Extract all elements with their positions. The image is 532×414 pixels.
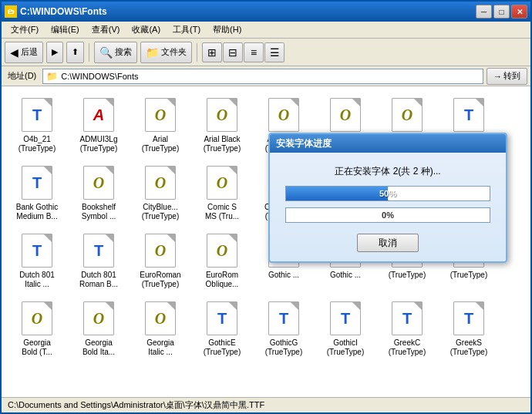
menu-help[interactable]: 帮助(H) xyxy=(207,22,247,37)
font-item-o4b21[interactable]: T O4b_21(TrueType) xyxy=(8,93,66,157)
font-icon: T xyxy=(19,232,56,269)
status-text: C:\Documents and Settings\Administrator\… xyxy=(8,399,264,411)
font-item-georgia-italic[interactable]: O GeorgiaItalic ... xyxy=(131,296,190,361)
font-item-georgia-bold-italic[interactable]: O GeorgiaBold Ita... xyxy=(69,296,128,361)
font-icon: O xyxy=(204,164,241,201)
file-area: T O4b_21(TrueType) A ADMUI3Lg(TrueType) … xyxy=(2,86,530,397)
address-input[interactable]: 📁 C:\WINDOWS\Fonts xyxy=(42,69,483,84)
back-button[interactable]: ◀ 后退 xyxy=(5,42,43,63)
view-tiles-button[interactable]: ⊞ xyxy=(202,42,222,62)
view-buttons: ⊞ ⊟ ≡ ☰ xyxy=(202,42,285,62)
address-bar: 地址(D) 📁 C:\WINDOWS\Fonts → 转到 xyxy=(2,66,530,86)
progress-label-2: 0% xyxy=(286,208,490,222)
font-item-dutch801-italic[interactable]: T Dutch 801Italic ... xyxy=(8,228,66,293)
install-status-text: 正在安装字体 2(共 2 种)... xyxy=(285,165,490,178)
toolbar-separator xyxy=(89,43,89,62)
maximize-button[interactable]: □ xyxy=(493,5,510,19)
cancel-button[interactable]: 取消 xyxy=(357,234,419,252)
modal-title-text: 安装字体进度 xyxy=(276,137,332,150)
address-folder-icon: 📁 xyxy=(46,71,58,82)
font-icon: O xyxy=(19,300,56,337)
font-item-bookshelf[interactable]: O BookshelfSymbol ... xyxy=(69,160,128,225)
up-button[interactable]: ⬆ xyxy=(66,42,84,63)
font-item-euroroman-oblique[interactable]: O EuroRomOblique... xyxy=(193,228,251,293)
toolbar: ◀ 后退 ▶ ⬆ 🔍 搜索 📁 文件夹 ⊞ ⊟ ≡ ☰ xyxy=(2,39,530,66)
progress-bar-1: 50% xyxy=(285,186,490,201)
back-icon: ◀ xyxy=(10,46,19,59)
font-item-cityblue[interactable]: O CityBlue...(TrueType) xyxy=(131,160,190,225)
font-item-greekc[interactable]: T GreekC(TrueType) xyxy=(378,296,436,361)
font-icon: O xyxy=(265,96,302,133)
modal-body: 正在安装字体 2(共 2 种)... 50% 0% 取消 xyxy=(270,153,506,261)
search-button[interactable]: 🔍 搜索 xyxy=(94,42,137,63)
search-icon: 🔍 xyxy=(99,46,113,59)
folders-icon: 📁 xyxy=(146,46,159,59)
go-arrow-icon: → xyxy=(493,72,502,81)
progress-label-1: 50% xyxy=(286,187,490,200)
toolbar-separator2 xyxy=(197,43,197,62)
install-progress-dialog: 安装字体进度 正在安装字体 2(共 2 种)... 50% 0% 取消 xyxy=(268,133,507,263)
address-label: 地址(D) xyxy=(5,70,39,82)
font-icon: T xyxy=(80,232,117,269)
font-icon: T xyxy=(389,300,426,337)
status-bar: C:\Documents and Settings\Administrator\… xyxy=(2,397,530,412)
window-icon: 🗁 xyxy=(5,5,17,18)
font-item-arial-black[interactable]: O Arial Black(TrueType) xyxy=(193,93,251,157)
go-label: 转到 xyxy=(503,70,520,82)
font-item-greeks[interactable]: T GreekS(TrueType) xyxy=(439,296,498,361)
modal-title-bar: 安装字体进度 xyxy=(270,134,506,153)
progress-bar-2: 0% xyxy=(285,207,490,223)
window-controls: ─ □ ✕ xyxy=(476,5,527,19)
font-item-dutch801-roman[interactable]: T Dutch 801Roman B... xyxy=(69,228,128,293)
main-window: 🗁 C:\WINDOWS\Fonts ─ □ ✕ 文件(F) 编辑(E) 查看(… xyxy=(0,0,532,414)
window-title: C:\WINDOWS\Fonts xyxy=(20,6,476,17)
title-bar: 🗁 C:\WINDOWS\Fonts ─ □ ✕ xyxy=(2,2,530,22)
font-item-arial[interactable]: O Arial(TrueType) xyxy=(131,93,190,157)
font-item-euroroman[interactable]: O EuroRoman(TrueType) xyxy=(131,228,190,293)
font-icon: T xyxy=(19,96,56,133)
font-icon: O xyxy=(142,300,179,337)
view-detail-button[interactable]: ☰ xyxy=(264,42,285,62)
font-icon: T xyxy=(265,300,302,337)
font-icon: O xyxy=(204,96,241,133)
font-icon: T xyxy=(450,300,487,337)
font-icon: T xyxy=(450,96,487,133)
address-path-text: C:\WINDOWS\Fonts xyxy=(61,72,138,81)
font-item-gothicg[interactable]: T GothicG(TrueType) xyxy=(254,296,313,361)
font-item-gothice[interactable]: T GothicE(TrueType) xyxy=(193,296,251,361)
font-icon: T xyxy=(204,300,241,337)
font-icon: O xyxy=(389,96,426,133)
font-item-gothici[interactable]: T GothicI(TrueType) xyxy=(316,296,375,361)
font-item-bank-gothic-medium[interactable]: T Bank GothicMedium B... xyxy=(8,160,66,225)
font-icon: O xyxy=(142,232,179,269)
font-icon: O xyxy=(327,96,364,133)
menu-view[interactable]: 查看(V) xyxy=(86,22,126,37)
folders-button[interactable]: 📁 文件夹 xyxy=(140,42,192,63)
font-icon: O xyxy=(204,232,241,269)
go-button[interactable]: → 转到 xyxy=(487,68,527,85)
menu-favorites[interactable]: 收藏(A) xyxy=(126,22,167,37)
font-icon: T xyxy=(327,300,364,337)
menu-edit[interactable]: 编辑(E) xyxy=(45,22,86,37)
font-icon: A xyxy=(80,96,117,133)
font-icon: O xyxy=(142,96,179,133)
font-item-comics[interactable]: O Comic SMS (Tru... xyxy=(193,160,251,225)
menu-tools[interactable]: 工具(T) xyxy=(167,22,207,37)
view-icons-button[interactable]: ⊟ xyxy=(223,42,243,62)
close-button[interactable]: ✕ xyxy=(511,5,527,19)
font-icon: O xyxy=(80,300,117,337)
font-item-admui3lg[interactable]: A ADMUI3Lg(TrueType) xyxy=(69,93,128,157)
font-icon: O xyxy=(80,164,117,201)
menu-file[interactable]: 文件(F) xyxy=(5,22,45,37)
menu-bar: 文件(F) 编辑(E) 查看(V) 收藏(A) 工具(T) 帮助(H) xyxy=(2,22,530,39)
font-icon: T xyxy=(19,164,56,201)
font-item-georgia-bold[interactable]: O GeorgiaBold (T... xyxy=(8,296,66,361)
view-list-button[interactable]: ≡ xyxy=(244,42,264,62)
modal-buttons: 取消 xyxy=(285,234,490,252)
forward-button[interactable]: ▶ xyxy=(46,42,63,63)
font-icon: O xyxy=(142,164,179,201)
minimize-button[interactable]: ─ xyxy=(476,5,492,19)
